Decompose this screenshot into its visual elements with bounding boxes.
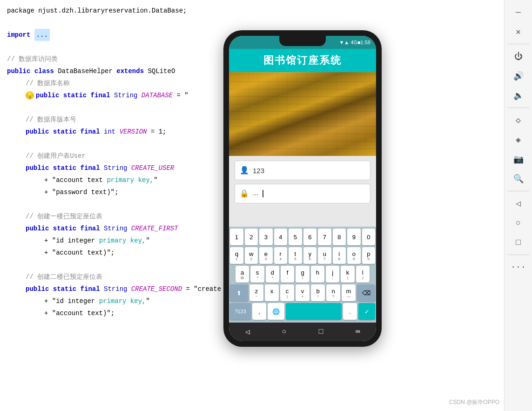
key-shift[interactable]: ⬆ <box>230 284 248 301</box>
key-period[interactable]: . <box>343 303 357 320</box>
panel-recents-btn[interactable]: □ <box>510 234 527 251</box>
key-r[interactable]: r4 <box>274 247 288 264</box>
key-5[interactable]: 5 <box>289 229 302 245</box>
key-comma[interactable]: , <box>252 303 266 320</box>
keyboard-asdf-row: a@ s* d* f- g/ h: j; k( l) <box>230 266 375 283</box>
status-wifi: ▼▲ 4G <box>339 40 357 45</box>
panel-rotate-btn[interactable]: ◇ <box>510 112 527 128</box>
key-4[interactable]: 4 <box>274 229 288 245</box>
phone-mockup: ▼▲ 4G ■ 1:58 图书馆订座系统 👤 123 🔒 ··· <box>223 30 382 347</box>
key-t[interactable]: t5 <box>289 247 302 264</box>
key-0[interactable]: 0 <box>362 229 376 245</box>
key-m[interactable]: m— <box>342 284 356 301</box>
panel-back-btn[interactable]: ◁ <box>510 195 527 212</box>
key-a[interactable]: a@ <box>236 266 249 283</box>
key-l[interactable]: l) <box>356 266 370 283</box>
panel-brightness-btn[interactable]: ◈ <box>510 131 527 148</box>
username-value: 123 <box>253 167 264 175</box>
key-w[interactable]: w2 <box>245 247 258 264</box>
key-space[interactable] <box>286 303 342 320</box>
key-b[interactable]: b! <box>311 284 325 301</box>
status-time: 1:58 <box>361 40 370 45</box>
key-2[interactable]: 2 <box>245 229 258 245</box>
key-globe[interactable]: 🌐 <box>268 303 284 320</box>
key-e[interactable]: e3 <box>259 247 273 264</box>
key-3[interactable]: 3 <box>259 229 273 245</box>
key-f[interactable]: f- <box>281 266 294 283</box>
key-z[interactable]: z~ <box>249 284 263 301</box>
key-num123[interactable]: ?123 <box>230 303 251 320</box>
library-image <box>229 72 376 156</box>
key-6[interactable]: 6 <box>303 229 317 245</box>
nav-keyboard-icon[interactable]: ⌨ <box>356 327 360 337</box>
panel-divider-1 <box>507 44 529 44</box>
keyboard-number-row: 1 2 3 4 5 6 7 8 9 0 <box>230 229 375 245</box>
key-j[interactable]: j; <box>326 266 339 283</box>
key-backspace[interactable]: ⌫ <box>357 284 375 301</box>
key-u[interactable]: u7 <box>318 247 331 264</box>
key-y[interactable]: y6 <box>303 247 317 264</box>
panel-divider-4 <box>507 255 529 255</box>
nav-recents-icon[interactable]: □ <box>319 328 323 336</box>
code-line-blank-1 <box>7 17 379 29</box>
panel-vol-up-btn[interactable]: 🔊 <box>510 67 527 84</box>
key-1[interactable]: 1 <box>230 229 243 245</box>
key-7[interactable]: 7 <box>318 229 331 245</box>
panel-power-btn[interactable]: ⏻ <box>510 48 527 65</box>
key-o[interactable]: o9 <box>347 247 361 264</box>
key-9[interactable]: 9 <box>347 229 361 245</box>
cursor <box>263 190 263 197</box>
key-c[interactable]: c| <box>280 284 294 301</box>
key-h[interactable]: h: <box>311 266 324 283</box>
password-value: ··· <box>253 190 259 198</box>
key-d[interactable]: d* <box>266 266 279 283</box>
key-k[interactable]: k( <box>341 266 354 283</box>
panel-close-btn[interactable]: — <box>510 4 527 20</box>
app-title: 图书馆订座系统 <box>263 54 342 67</box>
key-confirm[interactable]: ✓ <box>358 303 375 320</box>
keyboard-qwerty-row: q1 w2 e3 r4 t5 y6 u7 i8 o9 p0 <box>230 247 375 264</box>
panel-divider-2 <box>507 108 529 108</box>
key-i[interactable]: i8 <box>333 247 346 264</box>
code-line-1: package njust.dzh.libraryreservation.Dat… <box>7 5 379 17</box>
key-n[interactable]: n? <box>326 284 340 301</box>
status-battery: ■ <box>357 40 361 45</box>
username-icon: 👤 <box>240 166 249 175</box>
nav-home-icon[interactable]: ○ <box>282 328 287 336</box>
right-panel: — ✕ ⏻ 🔊 🔈 ◇ ◈ 📷 🔍 ◁ ○ □ ··· <box>504 0 532 411</box>
nav-back-icon[interactable]: ◁ <box>245 327 250 337</box>
key-p[interactable]: p0 <box>362 247 376 264</box>
panel-divider-3 <box>507 191 529 191</box>
panel-camera-btn[interactable]: 📷 <box>510 151 527 168</box>
password-field[interactable]: 🔒 ··· <box>235 184 370 203</box>
key-s[interactable]: s* <box>250 266 264 283</box>
panel-home-btn[interactable]: ○ <box>510 215 527 231</box>
key-v[interactable]: v• <box>296 284 310 301</box>
form-area: 👤 123 🔒 ··· <box>229 156 376 227</box>
keyboard-zxcv-row: ⬆ z~ x` c| v• b! n? m— ⌫ <box>230 284 375 301</box>
keyboard: 1 2 3 4 5 6 7 8 9 0 q1 w2 e3 r4 t5 y6 u7… <box>229 227 376 323</box>
username-field[interactable]: 👤 123 <box>235 161 370 180</box>
phone-notch <box>279 36 326 46</box>
watermark: CSDN @振华OPPO <box>449 398 499 406</box>
panel-x-btn[interactable]: ✕ <box>510 23 527 40</box>
app-titlebar: 图书馆订座系统 <box>229 49 376 72</box>
panel-more-btn[interactable]: ··· <box>510 259 527 276</box>
password-icon: 🔒 <box>240 189 249 198</box>
library-image-inner <box>229 72 376 156</box>
bulb-icon: 💡 <box>26 91 34 100</box>
navigation-bar: ◁ ○ □ ⌨ <box>229 323 376 341</box>
keyboard-bottom-row: ?123 , 🌐 . ✓ <box>230 303 375 320</box>
key-8[interactable]: 8 <box>333 229 346 245</box>
panel-zoom-btn[interactable]: 🔍 <box>510 170 527 187</box>
panel-vol-down-btn[interactable]: 🔈 <box>510 87 527 104</box>
key-q[interactable]: q1 <box>230 247 243 264</box>
key-g[interactable]: g/ <box>296 266 309 283</box>
key-x[interactable]: x` <box>265 284 279 301</box>
phone-screen: ▼▲ 4G ■ 1:58 图书馆订座系统 👤 123 🔒 ··· <box>229 36 376 341</box>
